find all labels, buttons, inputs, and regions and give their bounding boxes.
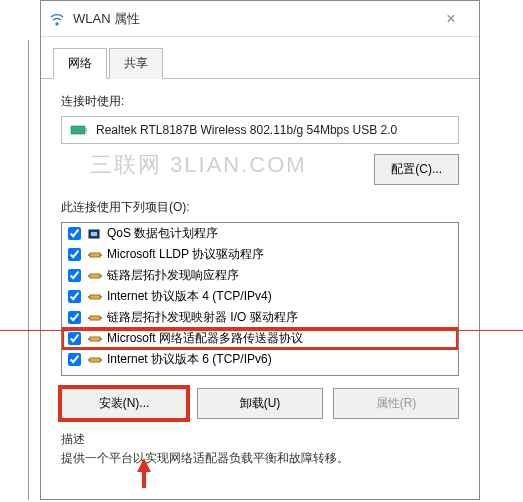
item-label: Microsoft LLDP 协议驱动程序 bbox=[107, 246, 264, 263]
svg-rect-17 bbox=[88, 338, 90, 340]
item-label: Microsoft 网络适配器多路传送器协议 bbox=[107, 330, 303, 347]
close-button[interactable]: × bbox=[431, 10, 471, 28]
svg-rect-13 bbox=[90, 316, 100, 320]
list-item[interactable]: 链路层拓扑发现映射器 I/O 驱动程序 bbox=[62, 307, 458, 328]
item-checkbox[interactable] bbox=[68, 290, 81, 303]
qos-icon bbox=[87, 226, 103, 242]
item-checkbox[interactable] bbox=[68, 353, 81, 366]
svg-rect-7 bbox=[90, 274, 100, 278]
tabs: 网络 共享 bbox=[41, 37, 479, 79]
nic-icon bbox=[70, 123, 88, 137]
protocol-icon bbox=[87, 268, 103, 284]
titlebar: WLAN 属性 × bbox=[41, 1, 479, 37]
item-checkbox[interactable] bbox=[68, 332, 81, 345]
window-title: WLAN 属性 bbox=[73, 10, 431, 28]
svg-rect-0 bbox=[71, 126, 85, 134]
item-label: Internet 协议版本 4 (TCP/IPv4) bbox=[107, 288, 272, 305]
svg-rect-12 bbox=[100, 296, 102, 298]
item-label: QoS 数据包计划程序 bbox=[107, 225, 218, 242]
svg-rect-20 bbox=[88, 359, 90, 361]
item-checkbox[interactable] bbox=[68, 269, 81, 282]
list-item[interactable]: 链路层拓扑发现响应程序 bbox=[62, 265, 458, 286]
item-checkbox[interactable] bbox=[68, 227, 81, 240]
properties-button: 属性(R) bbox=[333, 388, 459, 419]
item-label: 链路层拓扑发现映射器 I/O 驱动程序 bbox=[107, 309, 298, 326]
item-checkbox[interactable] bbox=[68, 248, 81, 261]
list-item[interactable]: Microsoft 网络适配器多路传送器协议 bbox=[62, 328, 458, 349]
adapter-box: Realtek RTL8187B Wireless 802.11b/g 54Mb… bbox=[61, 116, 459, 144]
svg-rect-3 bbox=[91, 232, 97, 236]
wlan-properties-window: WLAN 属性 × 网络 共享 连接时使用: Realtek RTL8187B … bbox=[40, 0, 480, 500]
items-label: 此连接使用下列项目(O): bbox=[61, 199, 459, 216]
svg-rect-6 bbox=[100, 254, 102, 256]
svg-rect-21 bbox=[100, 359, 102, 361]
svg-rect-1 bbox=[85, 128, 87, 132]
svg-rect-10 bbox=[90, 295, 100, 299]
list-item[interactable]: QoS 数据包计划程序 bbox=[62, 223, 458, 244]
description-text: 提供一个平台以实现网络适配器负载平衡和故障转移。 bbox=[61, 450, 459, 467]
svg-rect-18 bbox=[100, 338, 102, 340]
svg-rect-19 bbox=[90, 358, 100, 362]
item-label: 链路层拓扑发现响应程序 bbox=[107, 267, 239, 284]
configure-button[interactable]: 配置(C)... bbox=[374, 154, 459, 185]
adapter-name: Realtek RTL8187B Wireless 802.11b/g 54Mb… bbox=[96, 123, 450, 137]
tab-network[interactable]: 网络 bbox=[53, 48, 107, 79]
protocol-icon bbox=[87, 289, 103, 305]
uninstall-button[interactable]: 卸载(U) bbox=[197, 388, 323, 419]
list-item[interactable]: Microsoft LLDP 协议驱动程序 bbox=[62, 244, 458, 265]
connect-using-label: 连接时使用: bbox=[61, 93, 459, 110]
description-group: 描述 提供一个平台以实现网络适配器负载平衡和故障转移。 bbox=[61, 431, 459, 467]
svg-rect-16 bbox=[90, 337, 100, 341]
svg-rect-14 bbox=[88, 317, 90, 319]
wifi-icon bbox=[49, 11, 65, 27]
svg-rect-9 bbox=[100, 275, 102, 277]
svg-rect-4 bbox=[90, 253, 100, 257]
svg-rect-15 bbox=[100, 317, 102, 319]
list-item[interactable]: Internet 协议版本 4 (TCP/IPv4) bbox=[62, 286, 458, 307]
protocol-icon bbox=[87, 352, 103, 368]
tab-sharing[interactable]: 共享 bbox=[109, 48, 163, 79]
svg-rect-5 bbox=[88, 254, 90, 256]
item-checkbox[interactable] bbox=[68, 311, 81, 324]
item-label: Internet 协议版本 6 (TCP/IPv6) bbox=[107, 351, 272, 368]
install-button[interactable]: 安装(N)... bbox=[61, 388, 187, 419]
svg-rect-8 bbox=[88, 275, 90, 277]
protocol-icon bbox=[87, 247, 103, 263]
protocol-listbox[interactable]: QoS 数据包计划程序Microsoft LLDP 协议驱动程序链路层拓扑发现响… bbox=[61, 222, 459, 376]
list-item[interactable]: Internet 协议版本 6 (TCP/IPv6) bbox=[62, 349, 458, 370]
svg-rect-11 bbox=[88, 296, 90, 298]
protocol-icon bbox=[87, 331, 103, 347]
protocol-icon bbox=[87, 310, 103, 326]
description-label: 描述 bbox=[61, 431, 459, 448]
